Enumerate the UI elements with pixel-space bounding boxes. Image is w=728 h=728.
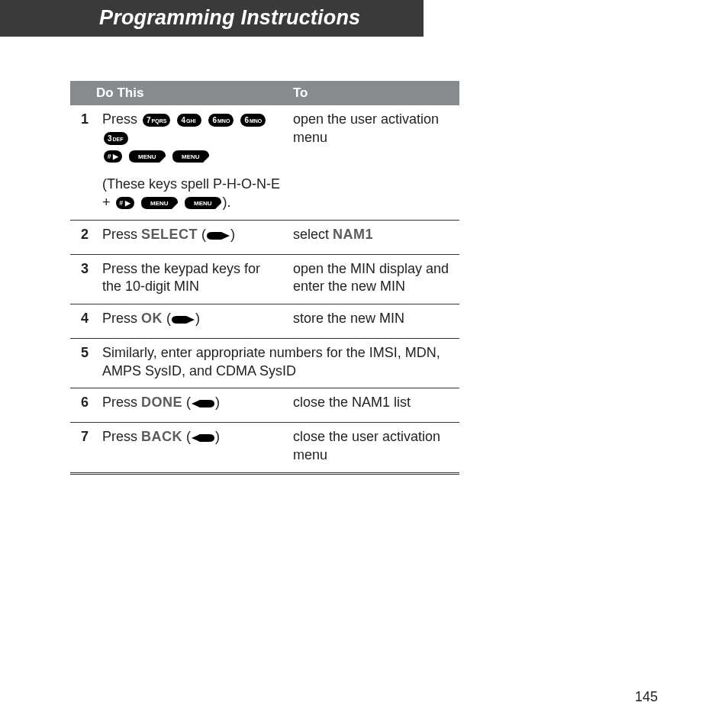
to-cell: open the user activation menu <box>287 105 459 220</box>
to-cell: select NAM1 <box>287 220 459 254</box>
left-softkey-icon <box>191 430 215 449</box>
done-label: DONE <box>141 395 182 410</box>
key-hash: # ▶ <box>116 197 134 209</box>
svg-text:MENU: MENU <box>194 200 212 207</box>
do-this-cell: Press SELECT () <box>96 220 287 254</box>
key-6: 6MNO <box>240 114 266 127</box>
select-label: SELECT <box>141 227 198 242</box>
key-menu: MENU <box>141 197 178 209</box>
table-row: 2 Press SELECT () select NAM1 <box>70 220 459 254</box>
step-number: 4 <box>70 304 96 339</box>
key-menu: MENU <box>185 197 221 209</box>
to-cell: close the NAM1 list <box>287 388 459 423</box>
key-4: 4GHI <box>177 114 201 127</box>
svg-text:MENU: MENU <box>182 153 200 160</box>
do-this-cell: Press BACK () <box>96 423 287 474</box>
to-cell: open the MIN display and enter the new M… <box>287 254 459 304</box>
do-this-cell: Press OK () <box>96 304 287 339</box>
do-this-cell: Press DONE () <box>96 388 287 423</box>
step-number: 7 <box>70 423 96 474</box>
key-7: 7PQRS <box>143 114 170 127</box>
step-number: 1 <box>70 105 96 220</box>
header-blank <box>70 81 96 105</box>
to-cell: close the user activation menu <box>287 423 459 474</box>
instructions-table: Do This To 1 Press 7PQRS 4GHI 6MNO 6MNO … <box>70 81 459 475</box>
header-to: To <box>287 81 459 105</box>
table-row: 1 Press 7PQRS 4GHI 6MNO 6MNO 3DEF # ▶ ME… <box>70 105 459 220</box>
page-number: 145 <box>635 689 658 705</box>
table-row: 3 Press the keypad keys for the 10-digit… <box>70 254 459 304</box>
chapter-title-bar: Programming Instructions <box>0 0 424 37</box>
table-row: 6 Press DONE () close the NAM1 list <box>70 388 459 423</box>
key-menu: MENU <box>129 150 166 163</box>
chapter-title: Programming Instructions <box>99 6 360 29</box>
table-row: 5 Similarly, enter appropriate numbers f… <box>70 338 459 388</box>
step-number: 6 <box>70 388 96 423</box>
right-softkey-icon <box>171 312 195 330</box>
right-softkey-icon <box>206 228 230 246</box>
table-header-row: Do This To <box>70 81 459 105</box>
phone-spell-note: (These keys spell P-H-O-N-E + # ▶ MENU M… <box>102 176 281 212</box>
key-3: 3DEF <box>104 132 128 145</box>
step-number: 2 <box>70 220 96 254</box>
table-row: 7 Press BACK () close the user activatio… <box>70 423 459 474</box>
ok-label: OK <box>141 311 163 326</box>
do-this-cell: Press the keypad keys for the 10-digit M… <box>96 254 287 304</box>
step-number: 5 <box>70 338 96 388</box>
to-cell: store the new MIN <box>287 304 459 339</box>
key-6: 6MNO <box>208 114 234 127</box>
nam1-label: NAM1 <box>333 227 373 242</box>
svg-text:MENU: MENU <box>150 200 169 207</box>
header-do-this: Do This <box>96 81 287 105</box>
left-softkey-icon <box>191 396 215 414</box>
key-hash: # ▶ <box>104 150 122 163</box>
step-number: 3 <box>70 254 96 304</box>
do-this-cell: Similarly, enter appropriate numbers for… <box>96 338 459 388</box>
back-label: BACK <box>141 429 182 444</box>
press-text: Press <box>102 111 141 127</box>
do-this-cell: Press 7PQRS 4GHI 6MNO 6MNO 3DEF # ▶ MENU… <box>96 105 287 220</box>
table-row: 4 Press OK () store the new MIN <box>70 304 459 339</box>
key-menu: MENU <box>172 150 209 163</box>
svg-text:MENU: MENU <box>138 153 156 160</box>
page-content: Do This To 1 Press 7PQRS 4GHI 6MNO 6MNO … <box>0 81 728 475</box>
